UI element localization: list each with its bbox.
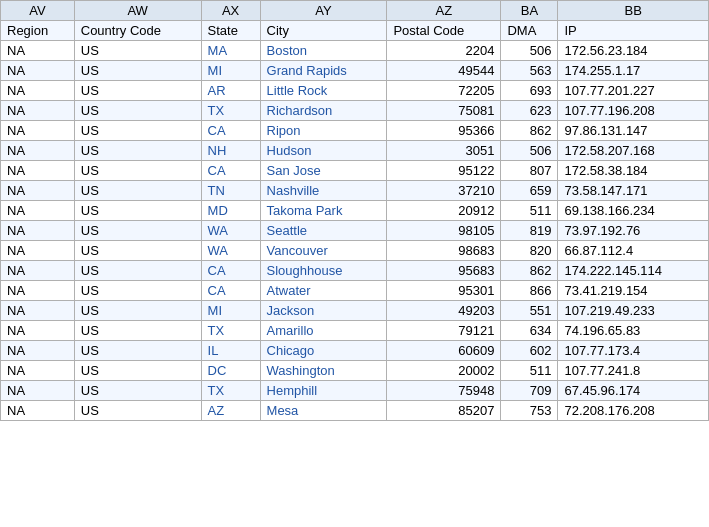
cell-r5-c5: 506 — [501, 141, 558, 161]
cell-r11-c4: 95683 — [387, 261, 501, 281]
cell-r11-c0: NA — [1, 261, 75, 281]
table-row: NAUSMDTakoma Park2091251169.138.166.234 — [1, 201, 709, 221]
cell-r15-c0: NA — [1, 341, 75, 361]
table-row: NAUSTNNashville3721065973.58.147.171 — [1, 181, 709, 201]
cell-r16-c0: NA — [1, 361, 75, 381]
cell-r14-c6: 74.196.65.83 — [558, 321, 709, 341]
cell-r1-c5: 563 — [501, 61, 558, 81]
cell-r15-c6: 107.77.173.4 — [558, 341, 709, 361]
cell-r10-c6: 66.87.112.4 — [558, 241, 709, 261]
cell-r0-c0: NA — [1, 41, 75, 61]
cell-r9-c4: 98105 — [387, 221, 501, 241]
cell-r9-c2: WA — [201, 221, 260, 241]
table-row: NAUSMIJackson49203551107.219.49.233 — [1, 301, 709, 321]
column-index-row: AVAWAXAYAZBABB — [1, 1, 709, 21]
cell-r12-c1: US — [74, 281, 201, 301]
cell-r6-c6: 172.58.38.184 — [558, 161, 709, 181]
cell-r6-c4: 95122 — [387, 161, 501, 181]
cell-r8-c0: NA — [1, 201, 75, 221]
cell-r2-c1: US — [74, 81, 201, 101]
cell-r4-c4: 95366 — [387, 121, 501, 141]
col-index-ba: BA — [501, 1, 558, 21]
cell-r9-c3: Seattle — [260, 221, 387, 241]
cell-r18-c1: US — [74, 401, 201, 421]
cell-r2-c4: 72205 — [387, 81, 501, 101]
cell-r1-c1: US — [74, 61, 201, 81]
col-label-postal-code: Postal Code — [387, 21, 501, 41]
cell-r10-c4: 98683 — [387, 241, 501, 261]
cell-r1-c6: 174.255.1.17 — [558, 61, 709, 81]
cell-r10-c5: 820 — [501, 241, 558, 261]
col-label-country-code: Country Code — [74, 21, 201, 41]
table-row: NAUSTXHemphill7594870967.45.96.174 — [1, 381, 709, 401]
cell-r13-c0: NA — [1, 301, 75, 321]
cell-r11-c5: 862 — [501, 261, 558, 281]
cell-r0-c1: US — [74, 41, 201, 61]
cell-r7-c3: Nashville — [260, 181, 387, 201]
cell-r4-c2: CA — [201, 121, 260, 141]
cell-r1-c4: 49544 — [387, 61, 501, 81]
cell-r12-c4: 95301 — [387, 281, 501, 301]
cell-r11-c2: CA — [201, 261, 260, 281]
cell-r3-c0: NA — [1, 101, 75, 121]
cell-r7-c6: 73.58.147.171 — [558, 181, 709, 201]
cell-r16-c3: Washington — [260, 361, 387, 381]
cell-r7-c0: NA — [1, 181, 75, 201]
cell-r17-c6: 67.45.96.174 — [558, 381, 709, 401]
cell-r5-c1: US — [74, 141, 201, 161]
col-index-ax: AX — [201, 1, 260, 21]
table-row: NAUSWAVancouver9868382066.87.112.4 — [1, 241, 709, 261]
cell-r5-c6: 172.58.207.168 — [558, 141, 709, 161]
cell-r18-c6: 72.208.176.208 — [558, 401, 709, 421]
cell-r17-c2: TX — [201, 381, 260, 401]
cell-r6-c3: San Jose — [260, 161, 387, 181]
cell-r0-c2: MA — [201, 41, 260, 61]
cell-r8-c5: 511 — [501, 201, 558, 221]
table-body: NAUSMABoston2204506172.56.23.184NAUSMIGr… — [1, 41, 709, 421]
cell-r0-c5: 506 — [501, 41, 558, 61]
cell-r9-c1: US — [74, 221, 201, 241]
col-label-region: Region — [1, 21, 75, 41]
cell-r12-c6: 73.41.219.154 — [558, 281, 709, 301]
cell-r16-c1: US — [74, 361, 201, 381]
cell-r9-c6: 73.97.192.76 — [558, 221, 709, 241]
cell-r14-c1: US — [74, 321, 201, 341]
cell-r8-c2: MD — [201, 201, 260, 221]
table-row: NAUSNHHudson3051506172.58.207.168 — [1, 141, 709, 161]
cell-r4-c3: Ripon — [260, 121, 387, 141]
cell-r11-c6: 174.222.145.114 — [558, 261, 709, 281]
cell-r0-c3: Boston — [260, 41, 387, 61]
cell-r12-c2: CA — [201, 281, 260, 301]
cell-r3-c2: TX — [201, 101, 260, 121]
table-row: NAUSCASan Jose95122807172.58.38.184 — [1, 161, 709, 181]
cell-r18-c2: AZ — [201, 401, 260, 421]
cell-r17-c0: NA — [1, 381, 75, 401]
cell-r2-c6: 107.77.201.227 — [558, 81, 709, 101]
cell-r14-c2: TX — [201, 321, 260, 341]
cell-r3-c6: 107.77.196.208 — [558, 101, 709, 121]
table-row: NAUSMIGrand Rapids49544563174.255.1.17 — [1, 61, 709, 81]
cell-r17-c4: 75948 — [387, 381, 501, 401]
cell-r16-c6: 107.77.241.8 — [558, 361, 709, 381]
col-index-aw: AW — [74, 1, 201, 21]
cell-r1-c0: NA — [1, 61, 75, 81]
cell-r6-c0: NA — [1, 161, 75, 181]
cell-r5-c4: 3051 — [387, 141, 501, 161]
cell-r15-c2: IL — [201, 341, 260, 361]
cell-r2-c3: Little Rock — [260, 81, 387, 101]
col-index-bb: BB — [558, 1, 709, 21]
cell-r1-c3: Grand Rapids — [260, 61, 387, 81]
cell-r14-c5: 634 — [501, 321, 558, 341]
cell-r13-c1: US — [74, 301, 201, 321]
col-index-az: AZ — [387, 1, 501, 21]
cell-r12-c5: 866 — [501, 281, 558, 301]
cell-r5-c2: NH — [201, 141, 260, 161]
cell-r8-c3: Takoma Park — [260, 201, 387, 221]
cell-r4-c5: 862 — [501, 121, 558, 141]
col-index-ay: AY — [260, 1, 387, 21]
cell-r13-c4: 49203 — [387, 301, 501, 321]
cell-r4-c6: 97.86.131.147 — [558, 121, 709, 141]
cell-r1-c2: MI — [201, 61, 260, 81]
cell-r10-c2: WA — [201, 241, 260, 261]
cell-r2-c0: NA — [1, 81, 75, 101]
